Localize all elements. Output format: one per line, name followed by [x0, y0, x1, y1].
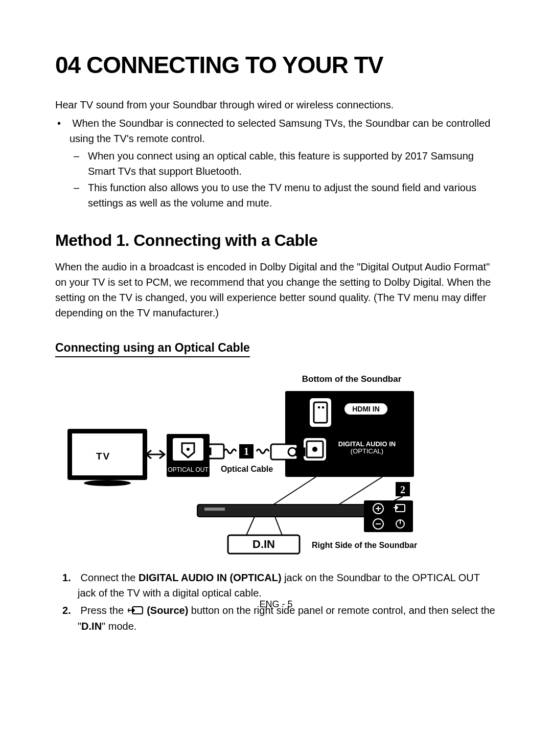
svg-rect-21: [271, 444, 297, 460]
svg-line-26: [246, 517, 255, 535]
arrow-left: [146, 450, 165, 459]
right-side-panel: [364, 500, 413, 532]
sub-item: When you connect using an optical cable,…: [88, 148, 497, 179]
svg-line-27: [275, 517, 282, 535]
bullet-text: When the Soundbar is connected to select…: [70, 118, 491, 144]
page-title: 04 CONNECTING TO YOUR TV: [55, 51, 497, 79]
din-box: D.IN: [228, 535, 300, 554]
top-label: Bottom of the Soundbar: [302, 374, 402, 384]
method-paragraph: When the audio in a broadcast is encoded…: [55, 259, 497, 320]
optical-out-label: OPTICAL OUT: [168, 466, 209, 473]
spring-left: [224, 449, 236, 453]
tv-illustration: TV: [67, 429, 147, 486]
connection-diagram: Bottom of the Soundbar HDMI IN DIGITAL A…: [55, 373, 497, 557]
step-bold: D.IN: [81, 621, 102, 632]
tv-label: TV: [96, 451, 110, 462]
spring-right: [257, 449, 269, 453]
step-text: " mode.: [102, 621, 136, 632]
intro-text: Hear TV sound from your Soundbar through…: [55, 97, 497, 112]
din-label: D.IN: [252, 538, 275, 551]
svg-point-12: [84, 480, 131, 486]
svg-rect-25: [204, 508, 225, 511]
bullet-item: When the Soundbar is connected to select…: [70, 116, 497, 211]
svg-text:1: 1: [244, 446, 249, 457]
cable-label: Optical Cable: [221, 465, 273, 473]
step-bold: DIGITAL AUDIO IN (OPTICAL): [139, 572, 282, 583]
step-item: Connect the DIGITAL AUDIO IN (OPTICAL) j…: [78, 570, 497, 601]
svg-rect-19: [206, 448, 211, 454]
svg-text:2: 2: [400, 484, 405, 495]
digital-audio-label: DIGITAL AUDIO IN: [338, 440, 396, 448]
soundbar-back-panel: HDMI IN DIGITAL AUDIO IN (OPTICAL): [285, 391, 414, 477]
hdmi-in-label: HDMI IN: [352, 405, 380, 413]
step-text: Connect the: [81, 572, 139, 583]
right-side-label: Right Side of the Soundbar: [312, 541, 417, 549]
sub-dash-list: When you connect using an optical cable,…: [70, 148, 497, 211]
svg-rect-30: [364, 500, 413, 532]
cable-left-plug: [206, 444, 224, 459]
method-heading: Method 1. Connecting with a Cable: [55, 231, 497, 250]
svg-point-8: [312, 447, 317, 452]
sub-item: This function also allows you to use the…: [88, 180, 497, 211]
svg-rect-5: [322, 406, 324, 408]
bullet-list: When the Soundbar is connected to select…: [55, 116, 497, 211]
optical-out-box: OPTICAL OUT: [167, 434, 210, 477]
sub-heading: Connecting using an Optical Cable: [55, 341, 250, 357]
page-footer: ENG - 5: [0, 599, 552, 610]
digital-audio-sub: (OPTICAL): [351, 447, 383, 455]
svg-rect-23: [296, 448, 305, 455]
svg-rect-4: [318, 406, 320, 408]
callout-line: [272, 477, 316, 506]
svg-point-16: [187, 448, 190, 451]
